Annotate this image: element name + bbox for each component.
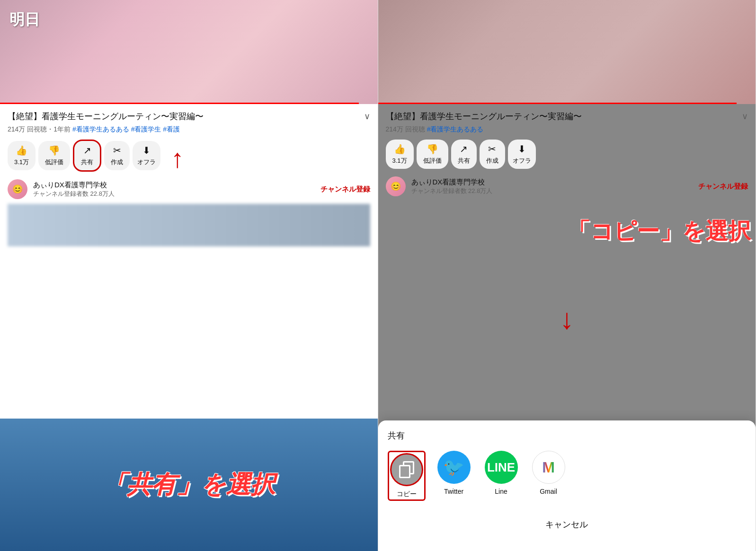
right-main: 【絶望】看護学生モーニングルーティン〜実習編〜 ∨ 214万 回視聴 #看護学生… — [378, 104, 756, 551]
action-row-right: 👍 3.1万 👎 低評価 ↗ 共有 ✂ 作成 — [386, 140, 748, 169]
video-meta-left: 214万 回視聴・1年前 #看護学生あるある #看護学生 #看護 — [8, 125, 370, 134]
copy-circle — [390, 453, 423, 486]
thumbs-down-icon: 👎 — [48, 145, 60, 156]
channel-row-right: 😊 あぃりDX看護専門学校 チャンネル登録者数 22.8万人 チャンネル登録 — [386, 176, 748, 196]
arrow-down-icon: ↓ — [560, 303, 574, 335]
copy-instruction: 「コピー」を選択 — [568, 218, 751, 245]
video-title-left: 【絶望】看護学生モーニングルーティン〜実習編〜 ∨ — [8, 111, 370, 122]
channel-name-left[interactable]: あぃりDX看護専門学校 — [33, 181, 315, 190]
channel-avatar-left[interactable]: 😊 — [8, 179, 27, 199]
right-panel: 【絶望】看護学生モーニングルーティン〜実習編〜 ∨ 214万 回視聴 #看護学生… — [378, 0, 756, 551]
thumbnail-bg-right — [378, 0, 756, 104]
right-content-inner: 【絶望】看護学生モーニングルーティン〜実習編〜 ∨ 214万 回視聴 #看護学生… — [378, 104, 756, 208]
dislike-button-right[interactable]: 👎 低評価 — [417, 140, 448, 169]
right-content: 【絶望】看護学生モーニングルーティン〜実習編〜 ∨ 214万 回視聴 #看護学生… — [378, 0, 756, 551]
subscribe-button-left[interactable]: チャンネル登録 — [320, 185, 370, 194]
share-icon: ↗ — [83, 145, 91, 156]
video-title-right: 【絶望】看護学生モーニングルーティン〜実習編〜 ∨ — [386, 111, 748, 122]
share-sheet: 共有 コピー — [378, 420, 756, 551]
channel-row-left: 😊 あぃりDX看護専門学校 チャンネル登録者数 22.8万人 チャンネル登録 — [8, 179, 370, 199]
create-icon: ✂ — [113, 145, 121, 156]
kyoyu-annotation: 「共有」を選択 — [102, 468, 275, 501]
share-gmail-item[interactable]: M Gmail — [530, 451, 568, 495]
gmail-label: Gmail — [540, 488, 557, 495]
share-line-item[interactable]: LINE Line — [482, 451, 520, 495]
share-icon-right: ↗ — [460, 143, 468, 155]
channel-subs-right: チャンネル登録者数 22.8万人 — [411, 187, 693, 195]
gmail-icon: M — [542, 459, 555, 476]
suggested-row-1 — [8, 204, 370, 246]
like-button-right[interactable]: 👍 3.1万 — [386, 140, 414, 169]
download-icon-right: ⬇ — [518, 143, 526, 155]
download-button-right[interactable]: ⬇ オフラ — [508, 140, 536, 169]
copy-icon — [399, 461, 414, 478]
video-meta-right: 214万 回視聴 #看護学生あるある — [386, 125, 748, 134]
gmail-circle: M — [532, 451, 565, 484]
content-area-left: 【絶望】看護学生モーニングルーティン〜実習編〜 ∨ 214万 回視聴・1年前 #… — [0, 104, 378, 551]
share-icons-row: コピー 🐦 Twitter LINE Line — [388, 451, 747, 501]
share-copy-item[interactable]: コピー — [388, 451, 426, 501]
copy-label: コピー — [397, 490, 417, 499]
hashtag1-left[interactable]: #看護学生あるある — [72, 125, 129, 133]
hashtag1-right[interactable]: #看護学生あるある — [427, 125, 484, 133]
channel-name-right[interactable]: あぃりDX看護専門学校 — [411, 178, 693, 187]
thumbs-down-icon-right: 👎 — [427, 143, 438, 155]
action-row-left: 👍 3.1万 👎 低評価 ↗ 共有 ✂ 作成 ⬇ オフラ — [8, 140, 370, 172]
download-icon: ⬇ — [142, 145, 151, 156]
channel-info-left: あぃりDX看護専門学校 チャンネル登録者数 22.8万人 — [33, 181, 315, 198]
like-button-left[interactable]: 👍 3.1万 — [8, 141, 36, 170]
download-button-left[interactable]: ⬇ オフラ — [133, 141, 160, 170]
thumbs-up-icon: 👍 — [16, 145, 27, 156]
share-button-right[interactable]: ↗ 共有 — [451, 140, 477, 169]
create-button-left[interactable]: ✂ 作成 — [104, 141, 130, 170]
video-thumbnail-right — [378, 0, 756, 104]
thumbs-up-icon-right: 👍 — [394, 143, 406, 155]
share-sheet-title: 共有 — [388, 430, 747, 441]
ashita-label: 明日 — [9, 9, 40, 30]
channel-subs-left: チャンネル登録者数 22.8万人 — [33, 190, 315, 198]
copy-rect-back — [399, 465, 410, 478]
share-twitter-item[interactable]: 🐦 Twitter — [435, 451, 473, 495]
hashtag3-left[interactable]: #看護 — [163, 125, 180, 133]
create-button-right[interactable]: ✂ 作成 — [480, 140, 505, 169]
hashtag2-left[interactable]: #看護学生 — [131, 125, 161, 133]
subscribe-button-right[interactable]: チャンネル登録 — [698, 182, 748, 191]
chevron-down-icon[interactable]: ∨ — [364, 111, 370, 122]
cancel-button[interactable]: キャンセル — [388, 512, 747, 537]
bottom-overlay-left: 「共有」を選択 — [0, 419, 378, 551]
twitter-icon: 🐦 — [443, 457, 464, 477]
chevron-down-icon-right[interactable]: ∨ — [742, 111, 748, 122]
left-panel: 明日 【絶望】看護学生モーニングルーティン〜実習編〜 ∨ 214万 回視聴・1年… — [0, 0, 378, 551]
video-thumbnail-left: 明日 — [0, 0, 378, 104]
line-circle: LINE — [485, 451, 518, 484]
line-label: Line — [495, 488, 507, 495]
dislike-button-left[interactable]: 👎 低評価 — [38, 141, 70, 170]
channel-info-right: あぃりDX看護専門学校 チャンネル登録者数 22.8万人 — [411, 178, 693, 195]
share-button-left[interactable]: ↗ 共有 — [73, 140, 101, 172]
thumbnail-bg-left: 明日 — [0, 0, 378, 104]
twitter-label: Twitter — [444, 488, 463, 495]
twitter-circle: 🐦 — [437, 451, 471, 484]
line-icon: LINE — [487, 460, 515, 475]
channel-avatar-right[interactable]: 😊 — [386, 176, 406, 196]
create-icon-right: ✂ — [488, 143, 496, 155]
